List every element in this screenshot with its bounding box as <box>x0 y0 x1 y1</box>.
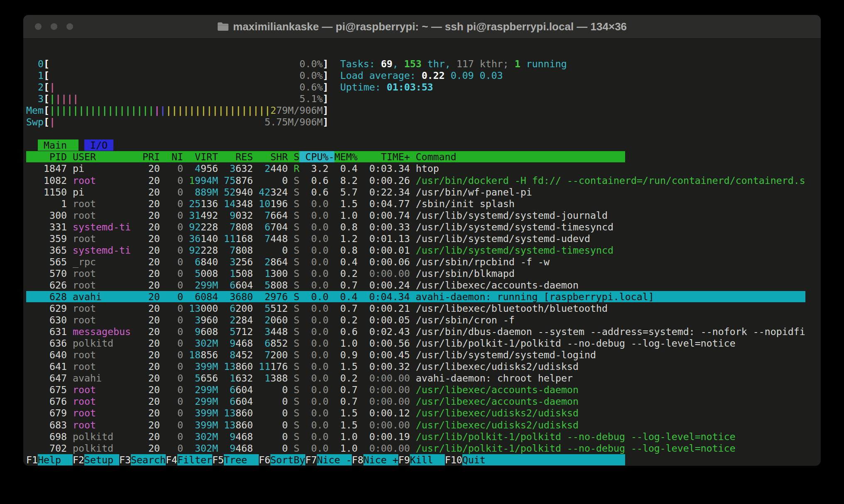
process-row[interactable]: 626 root 20 0 299M 6604 5808 S 0.0 0.7 0… <box>26 279 805 291</box>
process-row[interactable]: 365 systemd-ti 20 0 92228 7808 0 S 0.0 0… <box>26 245 805 256</box>
process-row[interactable]: 565 _rpc 20 0 6840 3256 2864 S 0.0 0.4 0… <box>26 256 805 268</box>
process-row[interactable]: 683 root 20 0 399M 13860 0 S 0.0 1.5 0:0… <box>26 419 805 431</box>
title-bar[interactable]: maximiliankaske — pi@raspberrypi: ~ — ss… <box>23 15 821 39</box>
fkey-f10[interactable]: F10 <box>445 454 462 465</box>
fkey-f2[interactable]: F2 <box>73 454 84 465</box>
screen-tabs: Main I/O <box>26 139 805 151</box>
fkey-f10-action[interactable]: Quit <box>462 454 486 465</box>
fkey-f9[interactable]: F9 <box>398 454 410 465</box>
process-row[interactable]: 631 messagebus 20 0 9608 5712 3448 S 0.0… <box>26 326 805 338</box>
columns-header-left[interactable]: PID USER PRI NI VIRT RES SHR S <box>26 151 299 162</box>
blank-line-top <box>26 46 805 58</box>
process-row[interactable]: 1847 pi 20 0 4956 3632 2440 R 3.2 0.4 0:… <box>26 163 805 174</box>
traffic-lights <box>35 23 73 30</box>
process-row[interactable]: 640 root 20 0 18856 8452 7200 S 0.0 0.9 … <box>26 349 805 361</box>
zoom-button[interactable] <box>66 23 73 30</box>
process-row[interactable]: 630 root 20 0 3960 2284 2060 S 0.0 0.2 0… <box>26 314 805 326</box>
terminal-window: maximiliankaske — pi@raspberrypi: ~ — ss… <box>23 15 821 466</box>
process-row-selected[interactable]: 628 avahi 20 0 6084 3680 2976 S 0.0 0.4 … <box>26 291 805 303</box>
process-row[interactable]: 698 polkitd 20 0 302M 9468 0 S 0.0 1.0 0… <box>26 431 805 443</box>
process-row[interactable]: 300 root 20 0 31492 9032 7664 S 0.0 1.0 … <box>26 210 805 221</box>
close-button[interactable] <box>35 23 42 30</box>
fkey-f5-action[interactable]: Tree <box>224 454 259 465</box>
swap-meter: Swp[| 5.75M/906M] <box>26 116 805 128</box>
fkey-f3[interactable]: F3 <box>119 454 131 465</box>
table-header[interactable]: PID USER PRI NI VIRT RES SHR S CPU%-MEM%… <box>26 151 805 163</box>
process-row[interactable]: 570 root 20 0 5008 1508 1300 S 0.0 0.2 0… <box>26 268 805 279</box>
fkey-f2-action[interactable]: Setup <box>84 454 119 465</box>
process-row[interactable]: 629 root 20 0 13000 6200 5512 S 0.0 0.7 … <box>26 303 805 314</box>
fkey-f4-action[interactable]: Filter <box>177 454 212 465</box>
process-row[interactable]: 675 root 20 0 299M 6604 0 S 0.0 0.7 0:00… <box>26 384 805 396</box>
process-row[interactable]: 636 polkitd 20 0 302M 9468 6852 S 0.0 1.… <box>26 338 805 349</box>
fkey-f7[interactable]: F7 <box>305 454 317 465</box>
sort-column-cpu[interactable]: CPU%- <box>299 151 334 162</box>
fkey-f8-action[interactable]: Nice + <box>363 454 398 465</box>
fkey-f3-action[interactable]: Search <box>131 454 166 465</box>
fkey-f6-action[interactable]: SortBy <box>270 454 305 465</box>
fkey-f6[interactable]: F6 <box>259 454 270 465</box>
cpu-meter-1-and-load: 1[ 0.0%] Load average: 0.22 0.09 0.03 <box>26 70 805 81</box>
fkey-f5[interactable]: F5 <box>212 454 224 465</box>
columns-header-right[interactable]: MEM% TIME+ Command <box>334 151 456 162</box>
process-row[interactable]: 676 root 20 0 299M 6604 0 S 0.0 0.7 0:00… <box>26 396 805 407</box>
fkey-f8[interactable]: F8 <box>352 454 363 465</box>
fkey-f4[interactable]: F4 <box>166 454 177 465</box>
screen: { "window": { "title": "maximiliankaske … <box>0 0 844 504</box>
window-title: maximiliankaske — pi@raspberrypi: ~ — ss… <box>217 20 627 33</box>
tab-io[interactable]: I/O <box>84 139 113 151</box>
process-row[interactable]: 641 root 20 0 399M 13860 11176 S 0.0 1.5… <box>26 361 805 372</box>
window-title-text: maximiliankaske — pi@raspberrypi: ~ — ss… <box>233 20 627 33</box>
htop-terminal[interactable]: 0[ 0.0%] Tasks: 69, 153 thr, 117 kthr; 1… <box>26 46 805 466</box>
process-row[interactable]: 1082 root 20 0 1994M 75876 0 S 0.6 8.2 0… <box>26 175 805 186</box>
tab-main[interactable]: Main <box>38 139 79 151</box>
process-row[interactable]: 331 systemd-ti 20 0 92228 7808 6704 S 0.… <box>26 221 805 233</box>
process-row[interactable]: 679 root 20 0 399M 13860 0 S 0.0 1.5 0:0… <box>26 407 805 419</box>
folder-icon <box>217 22 229 32</box>
process-row[interactable]: 1 root 20 0 25136 14348 10196 S 0.0 1.5 … <box>26 198 805 210</box>
blank-line-below-meters <box>26 128 805 139</box>
function-key-bar: F1Help F2Setup F3SearchF4FilterF5Tree F6… <box>26 454 805 466</box>
cpu-meter-0-and-tasks: 0[ 0.0%] Tasks: 69, 153 thr, 117 kthr; 1… <box>26 58 805 70</box>
process-row[interactable]: 359 root 20 0 36140 11168 7448 S 0.0 1.2… <box>26 233 805 245</box>
fkey-f1[interactable]: F1 <box>26 454 38 465</box>
process-row[interactable]: 702 polkitd 20 0 302M 9468 0 S 0.0 1.0 0… <box>26 443 805 454</box>
process-row[interactable]: 647 avahi 20 0 5656 1632 1388 S 0.0 0.2 … <box>26 372 805 384</box>
cpu-meter-2-and-uptime: 2[| 0.6%] Uptime: 01:03:53 <box>26 81 805 93</box>
memory-meter: Mem[||||||||||||||||||||||||||||||||||||… <box>26 105 805 116</box>
process-row[interactable]: 1150 pi 20 0 889M 52940 42324 S 0.6 5.7 … <box>26 186 805 198</box>
fkey-f7-action[interactable]: Nice - <box>317 454 352 465</box>
minimize-button[interactable] <box>51 23 57 30</box>
fkey-f9-action[interactable]: Kill <box>410 454 445 465</box>
cpu-meter-3: 3[||||| 5.1%] <box>26 93 805 105</box>
fkey-f1-action[interactable]: Help <box>38 454 73 465</box>
